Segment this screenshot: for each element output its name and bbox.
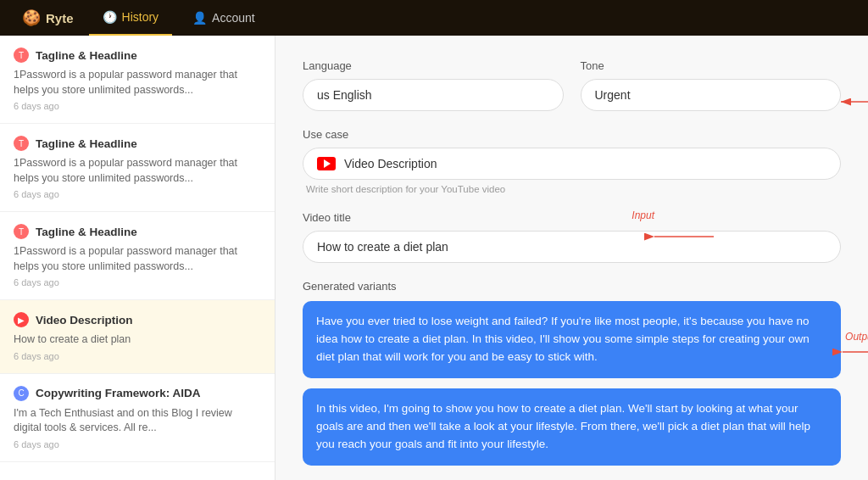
usecase-group: Use case Video Description Write short d… — [303, 128, 841, 194]
item-header: C Copywriting Framework: AIDA — [14, 386, 261, 401]
item-desc: 1Password is a popular password manager … — [14, 156, 261, 186]
logo-label: Ryte — [46, 11, 74, 25]
main-layout: T Tagline & Headline 1Password is a popu… — [0, 36, 868, 480]
tone-field: Tone — [581, 59, 842, 111]
item-title: Tagline & Headline — [36, 137, 137, 150]
variant-1[interactable]: Have you ever tried to lose weight and f… — [303, 301, 841, 378]
youtube-play-icon — [324, 159, 331, 168]
variant-2[interactable]: In this video, I'm going to show you how… — [303, 388, 841, 466]
item-title: Tagline & Headline — [36, 226, 137, 238]
video-title-label: Video title — [303, 211, 841, 224]
history-sidebar: T Tagline & Headline 1Password is a popu… — [0, 36, 275, 480]
nav-tab-history[interactable]: 🕐 History — [89, 0, 173, 36]
tagline-icon: T — [14, 224, 29, 239]
item-time: 6 days ago — [14, 101, 261, 111]
item-desc: How to create a diet plan — [14, 332, 261, 348]
nav-tab-history-label: History — [122, 10, 159, 24]
list-item[interactable]: ▶ Video Description How to create a diet… — [0, 300, 275, 374]
tone-input[interactable] — [581, 79, 842, 111]
input-annotation-label: Input — [632, 209, 654, 221]
list-item[interactable]: T Tagline & Headline 1Password is a popu… — [0, 212, 275, 300]
item-time: 6 days ago — [14, 189, 261, 199]
usecase-value: Video Description — [344, 157, 437, 170]
account-icon: 👤 — [192, 11, 207, 25]
history-icon: 🕐 — [103, 10, 117, 24]
item-time: 6 days ago — [14, 439, 261, 449]
tagline-icon: T — [14, 136, 29, 151]
nav-tab-account-label: Account — [212, 11, 255, 25]
item-title: Tagline & Headline — [36, 49, 137, 62]
usecase-input[interactable]: Video Description — [303, 148, 841, 180]
item-time: 6 days ago — [14, 351, 261, 361]
tone-label: Tone — [581, 59, 842, 72]
top-navigation: 🍪 Ryte 🕐 History 👤 Account — [0, 0, 868, 36]
language-tone-row: Language Tone — [303, 59, 841, 111]
language-label: Language — [303, 59, 564, 72]
usecase-label: Use case — [303, 128, 841, 141]
item-header: T Tagline & Headline — [14, 224, 261, 239]
item-desc: 1Password is a popular password manager … — [14, 68, 261, 98]
item-header: T Tagline & Headline — [14, 47, 261, 63]
item-desc: I'm a Tech Enthusiast and on this Blog I… — [14, 406, 261, 436]
item-time: 6 days ago — [14, 277, 261, 287]
usecase-hint: Write short description for your YouTube… — [303, 184, 841, 194]
language-field: Language — [303, 59, 564, 111]
list-item[interactable]: T Tagline & Headline 1Password is a popu… — [0, 36, 275, 124]
language-input[interactable] — [303, 79, 564, 111]
nav-tab-account[interactable]: 👤 Account — [179, 0, 269, 36]
variants-label: Generated variants — [303, 280, 841, 293]
item-header: ▶ Video Description — [14, 312, 261, 327]
video-title-group: Video title Input — [303, 211, 841, 263]
video-icon: ▶ — [14, 312, 29, 327]
variants-group: Generated variants Have you ever tried t… — [303, 280, 841, 466]
list-item[interactable]: C Copywriting Framework: AIDA I'm a Tech… — [0, 374, 275, 462]
list-item[interactable]: T Tagline & Headline 1Password is a popu… — [0, 124, 275, 212]
item-title: Copywriting Framework: AIDA — [36, 387, 201, 399]
item-title: Video Description — [36, 314, 133, 327]
logo[interactable]: 🍪 Ryte — [14, 8, 82, 27]
logo-icon: 🍪 — [22, 8, 41, 27]
youtube-icon — [317, 157, 336, 170]
tagline-icon: T — [14, 47, 29, 63]
item-header: T Tagline & Headline — [14, 136, 261, 151]
content-area: Language Tone Use case — [275, 36, 868, 480]
copy-icon: C — [14, 386, 29, 401]
item-desc: 1Password is a popular password manager … — [14, 244, 261, 274]
output-annotation-label: Output Variants — [845, 331, 868, 343]
video-title-input[interactable] — [303, 231, 841, 263]
